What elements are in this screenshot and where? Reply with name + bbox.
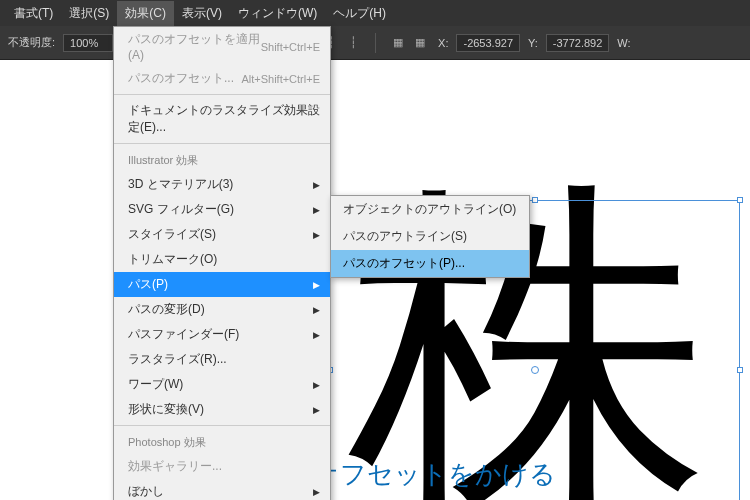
chevron-right-icon: ▶ xyxy=(313,180,320,190)
menu-item[interactable]: パスファインダー(F)▶ xyxy=(114,322,330,347)
menu-item[interactable]: ヘルプ(H) xyxy=(325,1,394,26)
submenu-item[interactable]: パスのアウトライン(S) xyxy=(331,223,529,250)
resize-handle[interactable] xyxy=(737,367,743,373)
chevron-right-icon: ▶ xyxy=(313,330,320,340)
menu-item: パスのオフセットを適用(A)Shift+Ctrl+E xyxy=(114,27,330,66)
chevron-right-icon: ▶ xyxy=(313,487,320,497)
menu-bar: 書式(T)選択(S)効果(C)表示(V)ウィンドウ(W)ヘルプ(H) xyxy=(0,0,750,26)
menu-item[interactable]: ぼかし▶ xyxy=(114,479,330,500)
dist-icon[interactable]: ┆ xyxy=(343,33,363,53)
center-point[interactable] xyxy=(531,366,539,374)
menu-item[interactable]: SVG フィルター(G)▶ xyxy=(114,197,330,222)
chevron-right-icon: ▶ xyxy=(313,405,320,415)
menu-item[interactable]: 形状に変換(V)▶ xyxy=(114,397,330,422)
menu-section-header: Photoshop 効果 xyxy=(114,429,330,454)
x-label: X: xyxy=(438,37,448,49)
menu-item[interactable]: トリムマーク(O) xyxy=(114,247,330,272)
w-label: W: xyxy=(617,37,630,49)
opacity-field[interactable]: 100% xyxy=(63,34,113,52)
chevron-right-icon: ▶ xyxy=(313,280,320,290)
chevron-right-icon: ▶ xyxy=(313,305,320,315)
y-field[interactable]: -3772.892 xyxy=(546,34,610,52)
menu-item[interactable]: 書式(T) xyxy=(6,1,61,26)
grid-icon[interactable]: ▦ xyxy=(410,33,430,53)
menu-item[interactable]: スタイライズ(S)▶ xyxy=(114,222,330,247)
menu-item[interactable]: 選択(S) xyxy=(61,1,117,26)
menu-item[interactable]: ラスタライズ(R)... xyxy=(114,347,330,372)
menu-item[interactable]: ウィンドウ(W) xyxy=(230,1,325,26)
grid-icon[interactable]: ▦ xyxy=(388,33,408,53)
menu-item[interactable]: パス(P)▶ xyxy=(114,272,330,297)
opacity-label: 不透明度: xyxy=(8,35,55,50)
menu-item[interactable]: パスの変形(D)▶ xyxy=(114,297,330,322)
resize-handle[interactable] xyxy=(532,197,538,203)
effects-menu: パスのオフセットを適用(A)Shift+Ctrl+Eパスのオフセット...Alt… xyxy=(113,26,331,500)
menu-item: パスのオフセット...Alt+Shift+Ctrl+E xyxy=(114,66,330,91)
menu-item: 効果ギャラリー... xyxy=(114,454,330,479)
transform-icons: ▦ ▦ xyxy=(388,33,430,53)
y-label: Y: xyxy=(528,37,538,49)
path-submenu: オブジェクトのアウトライン(O)パスのアウトライン(S)パスのオフセット(P).… xyxy=(330,195,530,278)
menu-item[interactable]: 効果(C) xyxy=(117,1,174,26)
menu-item[interactable]: ワープ(W)▶ xyxy=(114,372,330,397)
x-field[interactable]: -2653.927 xyxy=(456,34,520,52)
chevron-right-icon: ▶ xyxy=(313,230,320,240)
menu-item[interactable]: 表示(V) xyxy=(174,1,230,26)
menu-section-header: Illustrator 効果 xyxy=(114,147,330,172)
submenu-item[interactable]: オブジェクトのアウトライン(O) xyxy=(331,196,529,223)
resize-handle[interactable] xyxy=(737,197,743,203)
chevron-right-icon: ▶ xyxy=(313,205,320,215)
menu-item[interactable]: ドキュメントのラスタライズ効果設定(E)... xyxy=(114,98,330,140)
submenu-item[interactable]: パスのオフセット(P)... xyxy=(331,250,529,277)
menu-item[interactable]: 3D とマテリアル(3)▶ xyxy=(114,172,330,197)
chevron-right-icon: ▶ xyxy=(313,380,320,390)
